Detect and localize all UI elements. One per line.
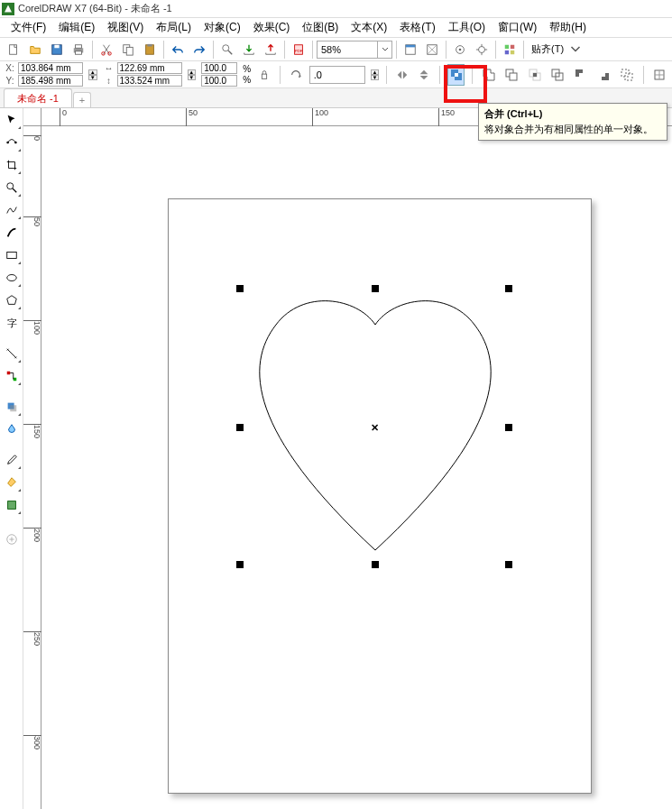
menu-edit[interactable]: 编辑(E) — [53, 18, 100, 37]
undo-button[interactable] — [168, 40, 188, 60]
height-input[interactable] — [117, 75, 182, 87]
size-spinner[interactable]: ▲▼ — [188, 69, 197, 80]
app-launcher-button[interactable] — [500, 40, 520, 60]
toolbox: 字 — [0, 108, 23, 809]
quick-customize-button[interactable] — [2, 529, 22, 549]
doc-tab-active[interactable]: 未命名 -1 — [4, 88, 72, 107]
zoom-tool[interactable] — [2, 178, 22, 198]
rectangle-tool[interactable] — [2, 245, 22, 265]
lock-ratio-button[interactable] — [256, 65, 272, 85]
separator — [439, 66, 440, 84]
export-button[interactable] — [261, 40, 281, 60]
menu-text[interactable]: 文本(X) — [345, 18, 392, 37]
new-button[interactable] — [4, 40, 23, 60]
connector-tool[interactable] — [2, 366, 22, 386]
width-input[interactable] — [117, 62, 182, 74]
selection-handle-e[interactable] — [505, 424, 512, 431]
pos-spinner[interactable]: ▲▼ — [88, 69, 97, 80]
mirror-v-button[interactable] — [416, 65, 432, 85]
heart-shape[interactable] — [240, 289, 511, 586]
selection-handle-nw[interactable] — [236, 285, 244, 292]
snap-button[interactable] — [450, 40, 470, 60]
shape-tool[interactable] — [2, 133, 22, 152]
canvas-area[interactable]: 0 50 100 150 0 50 100 150 200 250 300 ✕ — [23, 108, 672, 809]
menu-layout[interactable]: 布局(L) — [151, 18, 197, 37]
zoom-combo[interactable] — [317, 41, 392, 59]
print-button[interactable] — [69, 40, 88, 60]
fullscreen-button[interactable] — [400, 40, 420, 60]
separator — [92, 41, 93, 59]
pick-tool[interactable] — [2, 110, 22, 130]
scale-y-input[interactable] — [201, 75, 237, 87]
zoom-dropdown-icon[interactable] — [378, 41, 392, 59]
back-minus-front-button[interactable] — [595, 64, 613, 86]
drop-shadow-tool[interactable] — [2, 397, 22, 417]
menu-tools[interactable]: 工具(O) — [443, 18, 491, 37]
selection-handle-ne[interactable] — [505, 285, 512, 292]
intersect-button[interactable] — [526, 64, 544, 86]
zoom-input[interactable] — [317, 41, 378, 59]
front-minus-back-button[interactable] — [572, 64, 590, 86]
selection-handle-w[interactable] — [236, 424, 244, 431]
simplify-button[interactable] — [549, 64, 567, 86]
selection-center-icon[interactable]: ✕ — [371, 422, 379, 434]
copy-button[interactable] — [118, 40, 138, 60]
show-rulers-button[interactable] — [422, 40, 442, 60]
trim-button[interactable] — [503, 64, 521, 86]
boundary-button[interactable] — [618, 64, 636, 86]
svg-point-20 — [479, 46, 485, 52]
property-bar: X: Y: ▲▼ ↔ ↕ ▲▼ %% ▲▼ — [0, 61, 672, 88]
selection-handle-s[interactable] — [372, 561, 379, 568]
freehand-tool[interactable] — [2, 200, 22, 220]
menu-file[interactable]: 文件(F) — [5, 18, 51, 37]
weld-button[interactable] — [480, 64, 498, 86]
ruler-vertical[interactable]: 0 50 100 150 200 250 300 — [23, 126, 41, 809]
artistic-media-tool[interactable] — [2, 223, 22, 243]
snap-dropdown-icon[interactable] — [569, 40, 582, 60]
import-button[interactable] — [239, 40, 259, 60]
parallel-dimension-tool[interactable] — [2, 344, 22, 363]
scale-x-input[interactable] — [201, 62, 237, 74]
search-button[interactable] — [217, 40, 237, 60]
width-icon: ↔ — [103, 63, 115, 73]
smart-fill-tool[interactable] — [2, 495, 22, 515]
redo-button[interactable] — [189, 40, 209, 60]
publish-pdf-button[interactable]: PDF — [289, 40, 308, 60]
menu-table[interactable]: 表格(T) — [394, 18, 440, 37]
interactive-fill-tool[interactable] — [2, 473, 22, 492]
options-button[interactable] — [472, 40, 492, 60]
snap-to-label[interactable]: 贴齐(T) — [528, 42, 567, 56]
paste-button[interactable] — [140, 40, 160, 60]
menu-bitmap[interactable]: 位图(B) — [297, 18, 344, 37]
crop-tool[interactable] — [2, 155, 22, 175]
doc-tab-add[interactable]: + — [73, 92, 91, 107]
cut-button[interactable] — [97, 40, 116, 60]
selection-handle-sw[interactable] — [236, 561, 244, 568]
svg-rect-11 — [147, 43, 152, 46]
text-tool[interactable]: 字 — [2, 313, 22, 333]
combine-button[interactable] — [447, 64, 465, 86]
transparency-tool[interactable] — [2, 419, 22, 439]
align-button[interactable] — [651, 64, 669, 86]
color-eyedropper-tool[interactable] — [2, 450, 22, 470]
ellipse-tool[interactable] — [2, 268, 22, 288]
separator — [495, 41, 496, 59]
menu-help[interactable]: 帮助(H) — [544, 18, 592, 37]
selection-handle-n[interactable] — [372, 285, 379, 292]
svg-rect-23 — [505, 50, 509, 53]
x-input[interactable] — [18, 62, 83, 74]
menu-effects[interactable]: 效果(C) — [248, 18, 296, 37]
selection-handle-se[interactable] — [505, 561, 512, 568]
save-button[interactable] — [47, 40, 67, 60]
position-block: X: Y: — [4, 62, 83, 87]
y-input[interactable] — [18, 75, 83, 87]
menu-view[interactable]: 视图(V) — [102, 18, 149, 37]
rotation-spinner[interactable]: ▲▼ — [371, 69, 380, 80]
menu-window[interactable]: 窗口(W) — [492, 18, 542, 37]
polygon-tool[interactable] — [2, 290, 22, 310]
open-button[interactable] — [25, 40, 45, 60]
menu-object[interactable]: 对象(C) — [198, 18, 246, 37]
ruler-origin[interactable] — [23, 108, 41, 126]
rotation-input[interactable] — [309, 66, 365, 84]
mirror-h-button[interactable] — [394, 65, 410, 85]
